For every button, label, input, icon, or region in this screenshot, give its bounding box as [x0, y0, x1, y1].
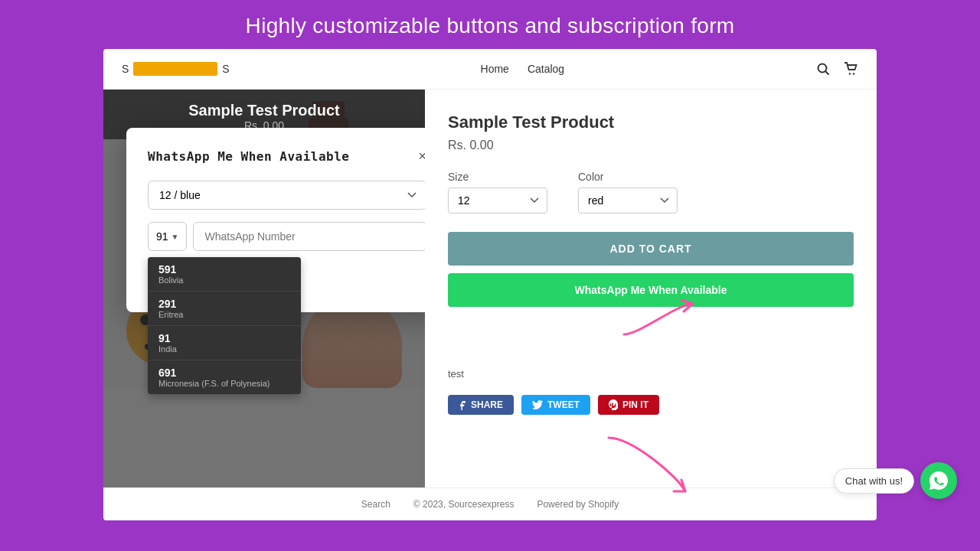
country-code-india: 91 [158, 332, 290, 344]
svg-point-3 [853, 73, 854, 74]
arrow-decoration-1 [448, 319, 854, 365]
share-pinterest-button[interactable]: PIN IT [598, 395, 659, 415]
variants-row: Size 12 Color red [448, 171, 854, 214]
shop-content: Sample Test Product Rs. 0.00 WhatsApp Me… [103, 90, 877, 487]
cart-icon[interactable] [843, 61, 858, 77]
whatsapp-number-input[interactable] [193, 222, 425, 251]
svg-line-1 [826, 72, 829, 75]
footer-search[interactable]: Search [361, 499, 390, 510]
country-dropdown: 591 Bolivia 291 Eritrea 91 India [148, 257, 301, 394]
chat-widget[interactable]: Chat with us! [834, 462, 957, 499]
chat-bubble: Chat with us! [834, 468, 914, 494]
country-name-india: India [158, 344, 290, 354]
pink-arrow-2-svg [601, 430, 701, 499]
main-wrapper: S S Home Catalog [0, 49, 980, 520]
product-details: Sample Test Product Rs. 0.00 Size 12 Col… [425, 90, 877, 487]
color-label: Color [578, 171, 678, 183]
country-item-eritrea[interactable]: 291 Eritrea [148, 291, 301, 325]
pinterest-icon [609, 399, 618, 410]
country-name-eritrea: Eritrea [158, 310, 290, 319]
modal-title: WhatsApp Me When Available [148, 149, 349, 164]
size-variant-group: Size 12 [448, 171, 547, 214]
modal-close-button[interactable]: × [418, 149, 425, 163]
country-code-button[interactable]: 91 ▼ [148, 222, 187, 251]
top-banner: Highly customizable buttons and subscrip… [0, 0, 980, 49]
color-select[interactable]: red [578, 187, 678, 214]
whatsapp-icon [928, 470, 949, 491]
product-images-area: Sample Test Product Rs. 0.00 WhatsApp Me… [103, 90, 425, 487]
shop-logo: S S [122, 62, 230, 76]
nav-links: Home Catalog [481, 63, 565, 75]
country-code-eritrea: 291 [158, 298, 290, 310]
shop-window: S S Home Catalog [103, 49, 877, 520]
shop-nav: S S Home Catalog [103, 49, 877, 90]
nav-icons [815, 61, 858, 77]
search-icon[interactable] [815, 61, 831, 77]
country-code-bolivia: 591 [158, 263, 290, 276]
country-item-bolivia[interactable]: 591 Bolivia [148, 257, 301, 291]
country-name-bolivia: Bolivia [158, 276, 290, 285]
facebook-icon [459, 399, 466, 410]
country-code-micronesia: 691 [158, 367, 290, 379]
add-to-cart-button[interactable]: ADD TO CART [448, 232, 854, 266]
shop-footer: Search © 2023, Sourcesexpress Powered by… [103, 487, 877, 520]
footer-powered: Powered by Shopify [537, 499, 619, 510]
nav-catalog[interactable]: Catalog [528, 63, 564, 75]
size-label: Size [448, 171, 547, 183]
svg-point-2 [849, 73, 851, 74]
country-item-micronesia[interactable]: 691 Micronesia (F.S. of Polynesia) [148, 360, 301, 394]
share-buttons: SHARE TWEET PIN IT [448, 395, 854, 415]
banner-title: Highly customizable buttons and subscrip… [0, 14, 980, 38]
phone-input-row: 91 ▼ 591 Bolivia 291 Eri [148, 222, 425, 251]
chevron-down-icon: ▼ [172, 233, 179, 241]
country-item-india[interactable]: 91 India [148, 325, 301, 360]
whatsapp-modal: WhatsApp Me When Available × 12 / blue 9… [126, 128, 425, 312]
share-twitter-button[interactable]: TWEET [521, 395, 590, 415]
color-variant-group: Color red [578, 171, 678, 214]
pink-arrow-1-svg [616, 296, 708, 342]
nav-home[interactable]: Home [481, 63, 509, 75]
twitter-icon [532, 400, 543, 409]
logo-s: S [122, 63, 129, 75]
size-select[interactable]: 12 [448, 187, 547, 214]
country-code-value: 91 [156, 230, 168, 243]
product-price: Rs. 0.00 [448, 139, 854, 152]
footer-copyright: © 2023, Sourcesexpress [413, 499, 514, 510]
overlay-product-title: Sample Test Product [119, 102, 410, 119]
modal-variant-select[interactable]: 12 / blue [148, 181, 425, 210]
product-tag: test [448, 368, 854, 380]
whatsapp-chat-button[interactable] [920, 462, 957, 499]
logo-bar [133, 62, 217, 76]
country-name-micronesia: Micronesia (F.S. of Polynesia) [158, 379, 290, 388]
logo-e: S [222, 63, 229, 75]
share-facebook-button[interactable]: SHARE [448, 395, 514, 415]
product-title: Sample Test Product [448, 112, 854, 132]
modal-header: WhatsApp Me When Available × [148, 149, 425, 164]
